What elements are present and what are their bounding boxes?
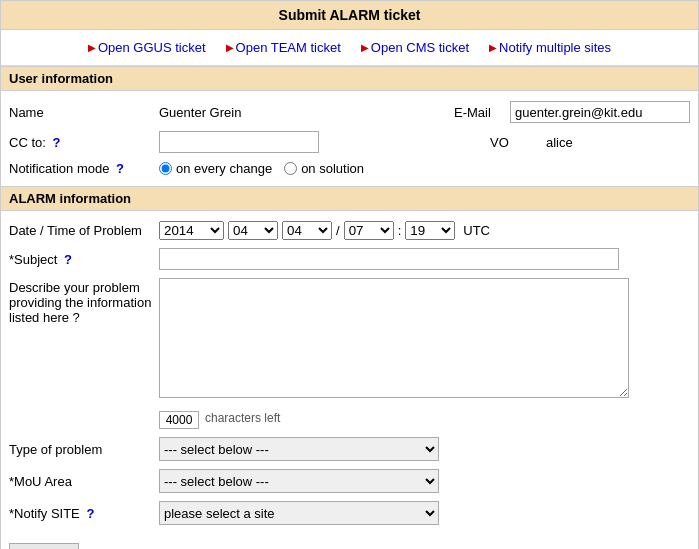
open-cms-link[interactable]: ▶ Open CMS ticket [361, 40, 469, 55]
email-input[interactable] [510, 101, 690, 123]
title-text: Submit ALARM ticket [279, 7, 421, 23]
desc-value-cell [159, 278, 629, 401]
mou-select[interactable]: --- select below --- [159, 469, 439, 493]
desc-label: Describe your problem providing the info… [9, 278, 159, 325]
email-label: E-Mail [454, 105, 504, 120]
datetime-selects: 2014 04 04 / 07 : 19 UT [159, 221, 490, 240]
name-value-cell: Guenter Grein [159, 105, 434, 120]
notif-label: Notification mode ? [9, 161, 159, 176]
subject-value-cell [159, 248, 690, 270]
chars-count-display: 4000 [159, 411, 199, 429]
open-ggus-link[interactable]: ▶ Open GGUS ticket [88, 40, 206, 55]
cc-vo-row: CC to: ? VO alice [9, 127, 690, 157]
subject-input[interactable] [159, 248, 619, 270]
notification-options: on every change on solution [159, 161, 690, 176]
user-section-header: User information [1, 66, 698, 91]
desc-help-icon[interactable]: ? [73, 310, 80, 325]
month-select[interactable]: 04 [228, 221, 278, 240]
team-link-text: Open TEAM ticket [236, 40, 341, 55]
user-info-form: Name Guenter Grein E-Mail CC to: ? VO al… [1, 91, 698, 186]
date-label: Date / Time of Problem [9, 223, 159, 238]
type-select[interactable]: --- select below --- [159, 437, 439, 461]
submit-button[interactable]: Submit [9, 543, 79, 549]
cc-help-icon[interactable]: ? [52, 135, 60, 150]
vo-label: VO [490, 135, 540, 150]
site-select[interactable]: please select a site [159, 501, 439, 525]
notif-option1-label: on every change [176, 161, 272, 176]
open-team-link[interactable]: ▶ Open TEAM ticket [226, 40, 341, 55]
day-select[interactable]: 04 [282, 221, 332, 240]
date-separator: / [336, 223, 340, 238]
site-value-cell: please select a site [159, 501, 690, 525]
notify-arrow-icon: ▶ [489, 42, 497, 53]
page-wrapper: Submit ALARM ticket ▶ Open GGUS ticket ▶… [0, 0, 699, 549]
team-arrow-icon: ▶ [226, 42, 234, 53]
subject-row: *Subject ? [9, 244, 690, 274]
cc-input[interactable] [159, 131, 319, 153]
notif-every-change-option[interactable]: on every change [159, 161, 272, 176]
name-label: Name [9, 105, 159, 120]
cc-value-cell [159, 131, 470, 153]
notif-on-solution-option[interactable]: on solution [284, 161, 364, 176]
mou-value-cell: --- select below --- [159, 469, 690, 493]
alarm-section-header: ALARM information [1, 186, 698, 211]
notif-option2-label: on solution [301, 161, 364, 176]
alarm-info-form: Date / Time of Problem 2014 04 04 / 07 [1, 211, 698, 535]
site-row: *Notify SITE ? please select a site [9, 497, 690, 529]
chars-left-cell: 4000 characters left [159, 411, 690, 429]
notification-row: Notification mode ? on every change on s… [9, 157, 690, 180]
hour-select[interactable]: 07 [344, 221, 394, 240]
vo-display: alice [546, 135, 573, 150]
ggus-link-text: Open GGUS ticket [98, 40, 206, 55]
mou-label: *MoU Area [9, 474, 159, 489]
site-label: *Notify SITE ? [9, 506, 159, 521]
user-section-title: User information [9, 71, 113, 86]
notify-link-text: Notify multiple sites [499, 40, 611, 55]
description-textarea[interactable] [159, 278, 629, 398]
vo-right-cell: VO alice [490, 135, 690, 150]
type-value-cell: --- select below --- [159, 437, 690, 461]
datetime-controls: 2014 04 04 / 07 : 19 UT [159, 221, 690, 240]
cc-label: CC to: ? [9, 135, 159, 150]
notif-every-change-radio[interactable] [159, 162, 172, 175]
site-help-icon[interactable]: ? [86, 506, 94, 521]
cms-arrow-icon: ▶ [361, 42, 369, 53]
alarm-section-title: ALARM information [9, 191, 131, 206]
minute-select[interactable]: 19 [405, 221, 455, 240]
time-separator: : [398, 223, 402, 238]
top-links-bar: ▶ Open GGUS ticket ▶ Open TEAM ticket ▶ … [1, 30, 698, 66]
submit-row: Submit [1, 535, 698, 549]
mou-row: *MoU Area --- select below --- [9, 465, 690, 497]
type-row: Type of problem --- select below --- [9, 433, 690, 465]
notif-help-icon[interactable]: ? [116, 161, 124, 176]
utc-label: UTC [463, 223, 490, 238]
name-email-row: Name Guenter Grein E-Mail [9, 97, 690, 127]
description-row: Describe your problem providing the info… [9, 274, 690, 405]
name-display: Guenter Grein [159, 105, 241, 120]
page-title: Submit ALARM ticket [1, 1, 698, 30]
email-right-cell: E-Mail [454, 101, 690, 123]
datetime-row: Date / Time of Problem 2014 04 04 / 07 [9, 217, 690, 244]
chars-label-text: characters left [205, 411, 280, 425]
subject-help-icon[interactable]: ? [64, 252, 72, 267]
year-select[interactable]: 2014 [159, 221, 224, 240]
subject-label: *Subject ? [9, 252, 159, 267]
ggus-arrow-icon: ▶ [88, 42, 96, 53]
chars-left-row: 4000 characters left [9, 405, 690, 433]
type-label: Type of problem [9, 442, 159, 457]
notif-on-solution-radio[interactable] [284, 162, 297, 175]
cms-link-text: Open CMS ticket [371, 40, 469, 55]
notify-sites-link[interactable]: ▶ Notify multiple sites [489, 40, 611, 55]
